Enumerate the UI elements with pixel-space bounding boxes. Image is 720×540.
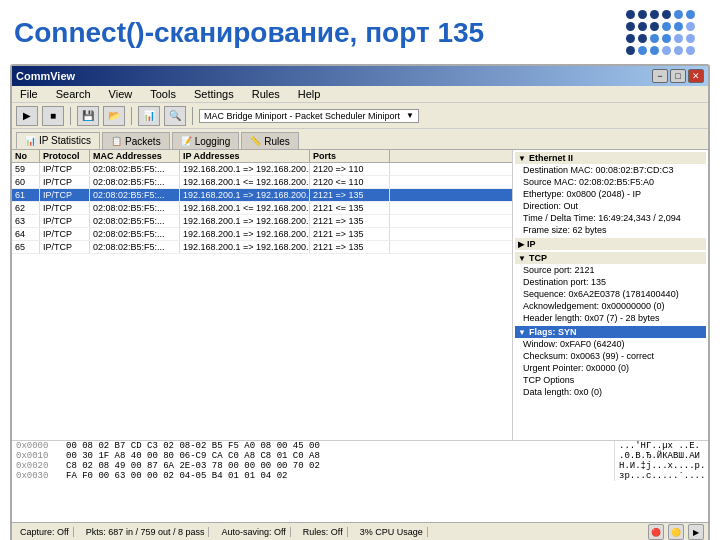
menu-item-search[interactable]: Search — [52, 87, 95, 101]
cell-protocol: IP/TCP — [40, 163, 90, 175]
cell-protocol: IP/TCP — [40, 176, 90, 188]
menu-item-file[interactable]: File — [16, 87, 42, 101]
hex-ascii: ...'НГ..µх ..E. — [614, 441, 704, 451]
hex-row: 0x0010 00 30 1F A8 40 00 80 06-C9 CA C0 … — [12, 451, 708, 461]
cell-mac: 02:08:02:B5:F5:... — [90, 228, 180, 240]
status-icon-1[interactable]: 🔴 — [648, 524, 664, 540]
detail-item: Window: 0xFAF0 (64240) — [515, 338, 706, 350]
cell-protocol: IP/TCP — [40, 228, 90, 240]
table-row[interactable]: 65IP/TCP02:08:02:B5:F5:...192.168.200.1 … — [12, 241, 512, 254]
status-icon-3[interactable]: ▶ — [688, 524, 704, 540]
cell-protocol: IP/TCP — [40, 241, 90, 253]
col-header-ports: Ports — [310, 150, 390, 162]
col-header-mac addresses: MAC Addresses — [90, 150, 180, 162]
cell-no: 61 — [12, 189, 40, 201]
cell-ip: 192.168.200.1 => 192.168.200.2 — [180, 215, 310, 227]
toolbar-separator3 — [192, 107, 193, 125]
expand-icon: ▶ — [518, 240, 524, 249]
cell-mac: 02:08:02:B5:F5:... — [90, 202, 180, 214]
hex-area: 0x0000 00 08 02 B7 CD C3 02 08-02 B5 F5 … — [12, 440, 708, 522]
cell-ip: 192.168.200.1 => 192.168.200.2 — [180, 189, 310, 201]
cell-mac: 02:08:02:B5:F5:... — [90, 189, 180, 201]
cell-protocol: IP/TCP — [40, 202, 90, 214]
detail-item: Destination port: 135 — [515, 276, 706, 288]
adapter-value: MAC Bridge Miniport - Packet Scheduler M… — [204, 111, 402, 121]
detail-item: Sequence: 0x6A2E0378 (1781400440) — [515, 288, 706, 300]
detail-section-header[interactable]: ▼Flags: SYN — [515, 326, 706, 338]
tab-logging[interactable]: 📝Logging — [172, 132, 240, 149]
tab-rules[interactable]: 📏Rules — [241, 132, 299, 149]
open-button[interactable]: 📂 — [103, 106, 125, 126]
window-titlebar: CommView − □ ✕ — [12, 66, 708, 86]
tab-label-3: Rules — [264, 136, 290, 147]
status-bar: Capture: Off Pkts: 687 in / 759 out / 8 … — [12, 522, 708, 540]
col-header-no: No — [12, 150, 40, 162]
detail-section-header[interactable]: ▶IP — [515, 238, 706, 250]
menu-item-help[interactable]: Help — [294, 87, 325, 101]
stop-button[interactable]: ■ — [42, 106, 64, 126]
hex-row: 0x0020 C8 02 08 49 00 87 6A 2E-03 78 00 … — [12, 461, 708, 471]
play-button[interactable]: ▶ — [16, 106, 38, 126]
adapter-dropdown[interactable]: MAC Bridge Miniport - Packet Scheduler M… — [199, 109, 419, 123]
cell-ports: 2121 => 135 — [310, 189, 390, 201]
page-title: Connect()-сканирование, порт 135 — [14, 17, 484, 49]
tab-icon-3: 📏 — [250, 136, 261, 146]
chart-button[interactable]: 📊 — [138, 106, 160, 126]
detail-section: ▼TCPSource port: 2121Destination port: 1… — [515, 252, 706, 324]
hex-bytes: 00 30 1F A8 40 00 80 06-C9 CA C0 A8 C8 0… — [66, 451, 614, 461]
detail-item: Header length: 0x07 (7) - 28 bytes — [515, 312, 706, 324]
menu-item-rules[interactable]: Rules — [248, 87, 284, 101]
detail-section-header[interactable]: ▼TCP — [515, 252, 706, 264]
menu-item-settings[interactable]: Settings — [190, 87, 238, 101]
table-row[interactable]: 60IP/TCP02:08:02:B5:F5:...192.168.200.1 … — [12, 176, 512, 189]
commview-window: CommView − □ ✕ FileSearchViewToolsSettin… — [10, 64, 710, 540]
cell-ports: 2121 => 135 — [310, 241, 390, 253]
menu-item-view[interactable]: View — [105, 87, 137, 101]
tab-packets[interactable]: 📋Packets — [102, 132, 170, 149]
table-row[interactable]: 64IP/TCP02:08:02:B5:F5:...192.168.200.1 … — [12, 228, 512, 241]
tab-label-0: IP Statistics — [39, 135, 91, 146]
hex-row: 0x0000 00 08 02 B7 CD C3 02 08-02 B5 F5 … — [12, 441, 708, 451]
tab-label-1: Packets — [125, 136, 161, 147]
hex-offset: 0x0000 — [16, 441, 66, 451]
hex-bytes: C8 02 08 49 00 87 6A 2E-03 78 00 00 00 0… — [66, 461, 614, 471]
detail-section-header[interactable]: ▼Ethernet II — [515, 152, 706, 164]
hex-offset: 0x0010 — [16, 451, 66, 461]
toolbar: ▶ ■ 💾 📂 📊 🔍 MAC Bridge Miniport - Packet… — [12, 103, 708, 129]
cell-ip: 192.168.200.1 <= 192.168.200.2 — [180, 202, 310, 214]
detail-panel: ▼Ethernet IIDestination MAC: 00:08:02:B7… — [513, 150, 708, 440]
detail-item: Source port: 2121 — [515, 264, 706, 276]
minimize-button[interactable]: − — [652, 69, 668, 83]
main-content: NoProtocolMAC AddressesIP AddressesPorts… — [12, 150, 708, 440]
menu-bar: FileSearchViewToolsSettingsRulesHelp — [12, 86, 708, 103]
table-row[interactable]: 63IP/TCP02:08:02:B5:F5:...192.168.200.1 … — [12, 215, 512, 228]
maximize-button[interactable]: □ — [670, 69, 686, 83]
cell-no: 63 — [12, 215, 40, 227]
detail-item: TCP Options — [515, 374, 706, 386]
filter-button[interactable]: 🔍 — [164, 106, 186, 126]
cell-protocol: IP/TCP — [40, 215, 90, 227]
cpu-status: 3% CPU Usage — [356, 527, 428, 537]
hex-ascii: зр...c.....´.... — [614, 471, 704, 481]
expand-icon: ▼ — [518, 254, 526, 263]
table-header: NoProtocolMAC AddressesIP AddressesPorts — [12, 150, 512, 163]
cell-protocol: IP/TCP — [40, 189, 90, 201]
table-row[interactable]: 62IP/TCP02:08:02:B5:F5:...192.168.200.1 … — [12, 202, 512, 215]
status-icon-2[interactable]: 🟡 — [668, 524, 684, 540]
close-button[interactable]: ✕ — [688, 69, 704, 83]
table-row[interactable]: 59IP/TCP02:08:02:B5:F5:...192.168.200.1 … — [12, 163, 512, 176]
table-row[interactable]: 61IP/TCP02:08:02:B5:F5:...192.168.200.1 … — [12, 189, 512, 202]
detail-item: Destination MAC: 00:08:02:B7:CD:C3 — [515, 164, 706, 176]
detail-item: Direction: Out — [515, 200, 706, 212]
detail-item: Frame size: 62 bytes — [515, 224, 706, 236]
tab-label-2: Logging — [195, 136, 231, 147]
detail-item: Acknowledgement: 0x00000000 (0) — [515, 300, 706, 312]
hex-row: 0x0030 FA F0 00 63 00 00 02 04-05 B4 01 … — [12, 471, 708, 481]
tabs-bar: 📊IP Statistics📋Packets📝Logging📏Rules — [12, 129, 708, 150]
save-button[interactable]: 💾 — [77, 106, 99, 126]
menu-item-tools[interactable]: Tools — [146, 87, 180, 101]
dropdown-arrow-icon: ▼ — [406, 111, 414, 120]
tab-ip-statistics[interactable]: 📊IP Statistics — [16, 132, 100, 149]
packet-rows[interactable]: 59IP/TCP02:08:02:B5:F5:...192.168.200.1 … — [12, 163, 512, 440]
window-controls: − □ ✕ — [652, 69, 704, 83]
